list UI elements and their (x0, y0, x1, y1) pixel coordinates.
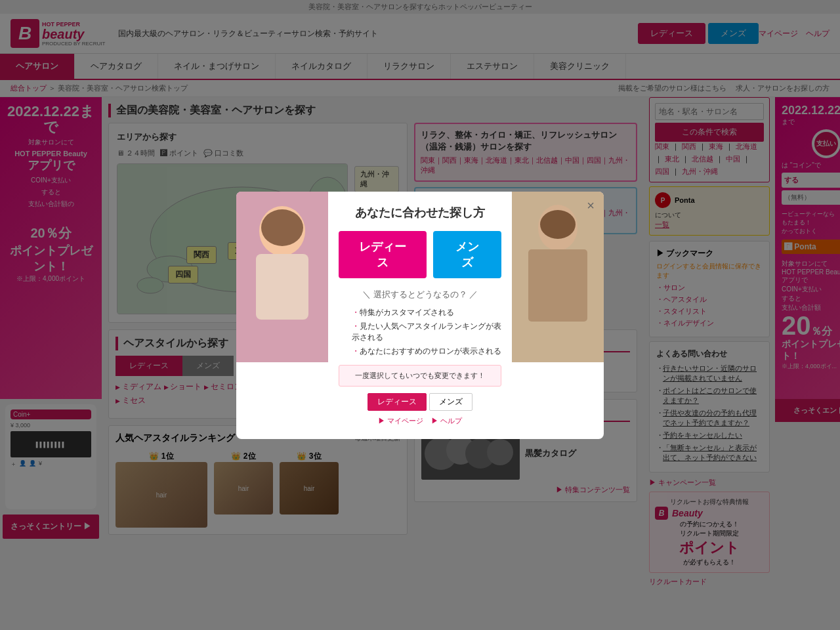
modal-close-button[interactable]: × (587, 198, 595, 213)
modal-help-link[interactable]: ▶ ヘルプ (431, 416, 462, 426)
modal-man-image (512, 192, 604, 362)
modal-features: 特集がカスタマイズされる 見たい人気ヘアスタイルランキングが表示される あなたに… (339, 307, 501, 357)
modal-gender-buttons: レディース メンズ (339, 231, 501, 278)
modal-tab-links: レディース メンズ (339, 393, 501, 411)
modal-tab-mens[interactable]: メンズ (429, 393, 472, 411)
modal-select-text: 選択するとどうなるの？ (339, 289, 501, 301)
modal-dialog: × あなたに合わせた探し方 レディース メンズ 選択するとどうな (236, 192, 604, 439)
svg-point-12 (261, 209, 303, 246)
modal-title: あなたに合わせた探し方 (339, 205, 501, 220)
modal-feature-2: 見たい人気ヘアスタイルランキングが表示される (352, 321, 501, 343)
svg-rect-15 (528, 249, 587, 322)
modal-my-page-link[interactable]: ▶ マイページ (378, 416, 423, 426)
modal-overlay[interactable]: × あなたに合わせた探し方 レディース メンズ 選択するとどうな (0, 0, 840, 587)
modal-tab-ladies[interactable]: レディース (368, 393, 427, 411)
modal-ladies-button[interactable]: レディース (339, 231, 427, 278)
modal-bottom-links: ▶ マイページ ▶ ヘルプ (339, 416, 501, 426)
modal-note: 一度選択してもいつでも変更できます！ (339, 365, 501, 387)
modal-mens-button[interactable]: メンズ (433, 231, 501, 278)
modal-feature-1: 特集がカスタマイズされる (352, 307, 501, 318)
modal-woman-image (236, 192, 328, 362)
svg-rect-11 (256, 254, 308, 320)
modal-feature-3: あなたにおすすめのサロンが表示される (352, 346, 501, 357)
modal-images: あなたに合わせた探し方 レディース メンズ 選択するとどうなるの？ 特集がカスタ… (236, 192, 604, 439)
svg-point-16 (540, 210, 576, 239)
modal-center: あなたに合わせた探し方 レディース メンズ 選択するとどうなるの？ 特集がカスタ… (328, 192, 512, 439)
